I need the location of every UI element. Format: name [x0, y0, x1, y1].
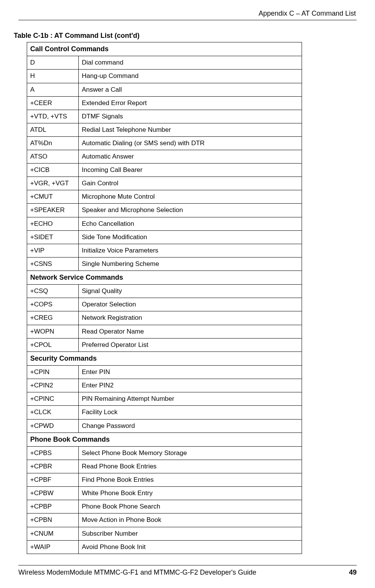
table-row: +CSNSSingle Numbering Scheme [27, 257, 302, 271]
description-cell: PIN Remaining Attempt Number [79, 392, 302, 406]
table-row: +ECHOEcho Cancellation [27, 217, 302, 230]
table-row: +CSQSignal Quality [27, 285, 302, 298]
description-cell: Select Phone Book Memory Storage [79, 447, 302, 460]
table-row: +VTD, +VTSDTMF Signals [27, 110, 302, 123]
table-row: +CMUTMicrophone Mute Control [27, 190, 302, 204]
table-row: HHang-up Command [27, 70, 302, 83]
description-cell: Dial command [79, 56, 302, 70]
table-row: +CPBPPhone Book Phone Search [27, 500, 302, 513]
description-cell: Change Password [79, 419, 302, 432]
command-cell: +VIP [27, 244, 79, 257]
description-cell: Facility Lock [79, 406, 302, 419]
description-cell: Hang-up Command [79, 70, 302, 83]
table-row: +CPINCPIN Remaining Attempt Number [27, 392, 302, 406]
table-row: ATSOAutomatic Answer [27, 150, 302, 164]
command-cell: ATSO [27, 150, 79, 164]
description-cell: Extended Error Report [79, 96, 302, 110]
description-cell: Enter PIN2 [79, 379, 302, 392]
description-cell: Speaker and Microphone Selection [79, 204, 302, 217]
command-cell: +VTD, +VTS [27, 110, 79, 123]
command-cell: A [27, 83, 79, 96]
table-row: +CPBFFind Phone Book Entries [27, 473, 302, 487]
description-cell: Preferred Operator List [79, 338, 302, 352]
table-row: AAnswer a Call [27, 83, 302, 96]
description-cell: Subscriber Number [79, 527, 302, 540]
description-cell: Microphone Mute Control [79, 190, 302, 204]
description-cell: Echo Cancellation [79, 217, 302, 230]
command-cell: +CREG [27, 311, 79, 325]
command-cell: +SPEAKER [27, 204, 79, 217]
command-cell: +CPIN [27, 366, 79, 379]
description-cell: Enter PIN [79, 366, 302, 379]
command-cell: +CPBF [27, 473, 79, 487]
table-row: +CPINEnter PIN [27, 366, 302, 379]
description-cell: Gain Control [79, 177, 302, 190]
description-cell: Operator Selection [79, 298, 302, 311]
command-cell: +CPINC [27, 392, 79, 406]
command-cell: +CPOL [27, 338, 79, 352]
description-cell: Side Tone Modification [79, 230, 302, 244]
table-row: +CPBWWhite Phone Book Entry [27, 487, 302, 500]
description-cell: Read Operator Name [79, 325, 302, 338]
footer-text: Wireless ModemModule MTMMC-G-F1 and MTMM… [18, 569, 256, 577]
table-row: +CPIN2Enter PIN2 [27, 379, 302, 392]
command-cell: +COPS [27, 298, 79, 311]
command-cell: +CEER [27, 96, 79, 110]
command-cell: +CPBN [27, 513, 79, 527]
table-row: DDial command [27, 56, 302, 70]
command-cell: H [27, 70, 79, 83]
table-row: +CNUMSubscriber Number [27, 527, 302, 540]
command-cell: +CICB [27, 164, 79, 177]
page-footer: Wireless ModemModule MTMMC-G-F1 and MTMM… [18, 565, 357, 577]
table-row: +CREGNetwork Registration [27, 311, 302, 325]
section-header: Network Service Commands [27, 271, 302, 284]
command-cell: +WOPN [27, 325, 79, 338]
description-cell: Signal Quality [79, 285, 302, 298]
description-cell: Phone Book Phone Search [79, 500, 302, 513]
command-cell: +SIDET [27, 230, 79, 244]
at-command-table: Call Control CommandsDDial commandHHang-… [27, 42, 302, 554]
footer-page-number: 49 [349, 569, 357, 577]
description-cell: DTMF Signals [79, 110, 302, 123]
table-row: +CICBIncoming Call Bearer [27, 164, 302, 177]
footer-divider [18, 565, 357, 565]
header-divider [18, 20, 357, 20]
table-row: ATDLRedial Last Telephone Number [27, 123, 302, 136]
description-cell: White Phone Book Entry [79, 487, 302, 500]
table-row: +SIDETSide Tone Modification [27, 230, 302, 244]
command-cell: +CPBS [27, 447, 79, 460]
description-cell: Move Action in Phone Book [79, 513, 302, 527]
command-cell: D [27, 56, 79, 70]
table-row: +VGR, +VGTGain Control [27, 177, 302, 190]
command-cell: ATDL [27, 123, 79, 136]
table-row: AT%DnAutomatic Dialing (or SMS send) wit… [27, 136, 302, 150]
command-cell: +CLCK [27, 406, 79, 419]
command-cell: +CPBR [27, 460, 79, 473]
description-cell: Read Phone Book Entries [79, 460, 302, 473]
description-cell: Redial Last Telephone Number [79, 123, 302, 136]
table-title: Table C-1b : AT Command List (cont'd) [14, 32, 357, 40]
command-cell: +CPIN2 [27, 379, 79, 392]
description-cell: Find Phone Book Entries [79, 473, 302, 487]
description-cell: Single Numbering Scheme [79, 257, 302, 271]
section-header: Phone Book Commands [27, 432, 302, 446]
description-cell: Incoming Call Bearer [79, 164, 302, 177]
command-cell: +CPBW [27, 487, 79, 500]
description-cell: Avoid Phone Book Init [79, 540, 302, 554]
table-row: +CLCKFacility Lock [27, 406, 302, 419]
section-header: Call Control Commands [27, 42, 302, 56]
table-row: +CPOLPreferred Operator List [27, 338, 302, 352]
table-row: +COPSOperator Selection [27, 298, 302, 311]
command-cell: +CNUM [27, 527, 79, 540]
table-row: +CEERExtended Error Report [27, 96, 302, 110]
table-row: +SPEAKERSpeaker and Microphone Selection [27, 204, 302, 217]
table-row: +CPBNMove Action in Phone Book [27, 513, 302, 527]
table-row: +CPWDChange Password [27, 419, 302, 432]
table-row: +CPBRRead Phone Book Entries [27, 460, 302, 473]
command-cell: +ECHO [27, 217, 79, 230]
command-cell: +CPWD [27, 419, 79, 432]
command-cell: +CSQ [27, 285, 79, 298]
command-cell: +CMUT [27, 190, 79, 204]
command-cell: +VGR, +VGT [27, 177, 79, 190]
command-cell: +CSNS [27, 257, 79, 271]
